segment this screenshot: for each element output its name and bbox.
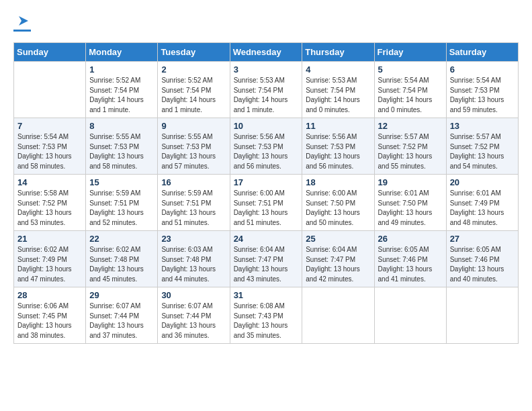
day-info: Sunrise: 5:59 AMSunset: 7:51 PMDaylight:… — [89, 189, 154, 228]
day-number: 13 — [450, 121, 515, 131]
day-info: Sunrise: 5:59 AMSunset: 7:51 PMDaylight:… — [161, 189, 226, 228]
day-info: Sunrise: 6:04 AMSunset: 7:47 PMDaylight:… — [234, 245, 299, 284]
day-number: 19 — [378, 177, 443, 187]
day-info: Sunrise: 5:55 AMSunset: 7:53 PMDaylight:… — [89, 132, 154, 171]
day-number: 16 — [161, 177, 226, 187]
calendar-cell: 17Sunrise: 6:00 AMSunset: 7:51 PMDayligh… — [230, 175, 302, 231]
day-info: Sunrise: 5:52 AMSunset: 7:54 PMDaylight:… — [161, 76, 226, 115]
day-info: Sunrise: 6:01 AMSunset: 7:49 PMDaylight:… — [450, 189, 515, 228]
day-number: 26 — [378, 234, 443, 244]
calendar-cell: 30Sunrise: 6:07 AMSunset: 7:44 PMDayligh… — [158, 287, 230, 344]
day-info: Sunrise: 6:03 AMSunset: 7:48 PMDaylight:… — [161, 245, 226, 284]
column-header-wednesday: Wednesday — [230, 43, 302, 62]
calendar-cell: 23Sunrise: 6:03 AMSunset: 7:48 PMDayligh… — [158, 231, 230, 287]
calendar-cell — [446, 287, 518, 344]
day-info: Sunrise: 5:53 AMSunset: 7:54 PMDaylight:… — [234, 76, 299, 115]
calendar-week-2: 7Sunrise: 5:54 AMSunset: 7:53 PMDaylight… — [14, 118, 519, 175]
day-info: Sunrise: 5:54 AMSunset: 7:54 PMDaylight:… — [378, 76, 443, 115]
logo — [13, 13, 31, 32]
calendar-cell — [14, 62, 86, 118]
column-header-sunday: Sunday — [14, 43, 86, 62]
day-info: Sunrise: 5:57 AMSunset: 7:52 PMDaylight:… — [450, 132, 515, 171]
day-info: Sunrise: 5:56 AMSunset: 7:53 PMDaylight:… — [234, 132, 299, 171]
day-number: 1 — [89, 64, 154, 75]
calendar-cell: 1Sunrise: 5:52 AMSunset: 7:54 PMDaylight… — [86, 62, 158, 118]
calendar-cell: 29Sunrise: 6:07 AMSunset: 7:44 PMDayligh… — [86, 287, 158, 344]
day-info: Sunrise: 6:02 AMSunset: 7:48 PMDaylight:… — [89, 245, 154, 284]
day-number: 8 — [89, 121, 154, 131]
day-number: 22 — [89, 234, 154, 244]
calendar-cell: 20Sunrise: 6:01 AMSunset: 7:49 PMDayligh… — [446, 175, 518, 231]
calendar-cell: 24Sunrise: 6:04 AMSunset: 7:47 PMDayligh… — [230, 231, 302, 287]
day-number: 31 — [234, 290, 299, 300]
calendar-cell: 4Sunrise: 5:53 AMSunset: 7:54 PMDaylight… — [302, 62, 374, 118]
day-number: 24 — [234, 234, 299, 244]
calendar-cell: 19Sunrise: 6:01 AMSunset: 7:50 PMDayligh… — [374, 175, 446, 231]
svg-marker-0 — [19, 16, 28, 26]
day-number: 29 — [89, 290, 154, 300]
day-number: 11 — [306, 121, 370, 131]
day-info: Sunrise: 6:02 AMSunset: 7:49 PMDaylight:… — [17, 245, 82, 284]
day-number: 30 — [161, 290, 226, 300]
day-info: Sunrise: 6:06 AMSunset: 7:45 PMDaylight:… — [17, 302, 82, 340]
calendar-cell: 3Sunrise: 5:53 AMSunset: 7:54 PMDaylight… — [230, 62, 302, 118]
day-number: 23 — [161, 234, 226, 244]
day-info: Sunrise: 5:54 AMSunset: 7:53 PMDaylight:… — [450, 76, 515, 115]
day-number: 10 — [234, 121, 299, 131]
calendar-cell: 14Sunrise: 5:58 AMSunset: 7:52 PMDayligh… — [14, 175, 86, 231]
day-info: Sunrise: 6:07 AMSunset: 7:44 PMDaylight:… — [89, 302, 154, 340]
day-info: Sunrise: 5:57 AMSunset: 7:52 PMDaylight:… — [378, 132, 443, 171]
day-info: Sunrise: 6:00 AMSunset: 7:51 PMDaylight:… — [234, 189, 299, 228]
calendar-cell — [374, 287, 446, 344]
column-header-monday: Monday — [86, 43, 158, 62]
calendar-cell: 2Sunrise: 5:52 AMSunset: 7:54 PMDaylight… — [158, 62, 230, 118]
calendar-cell: 18Sunrise: 6:00 AMSunset: 7:50 PMDayligh… — [302, 175, 374, 231]
calendar-cell: 31Sunrise: 6:08 AMSunset: 7:43 PMDayligh… — [230, 287, 302, 344]
day-number: 27 — [450, 234, 515, 244]
day-number: 14 — [17, 177, 82, 187]
day-number: 3 — [234, 64, 299, 75]
day-number: 28 — [17, 290, 82, 300]
calendar-week-5: 28Sunrise: 6:06 AMSunset: 7:45 PMDayligh… — [14, 287, 519, 344]
calendar-cell: 28Sunrise: 6:06 AMSunset: 7:45 PMDayligh… — [14, 287, 86, 344]
calendar-cell: 9Sunrise: 5:55 AMSunset: 7:53 PMDaylight… — [158, 118, 230, 175]
day-info: Sunrise: 5:55 AMSunset: 7:53 PMDaylight:… — [161, 132, 226, 171]
calendar-cell: 15Sunrise: 5:59 AMSunset: 7:51 PMDayligh… — [86, 175, 158, 231]
logo-underline — [13, 30, 31, 32]
calendar-table: SundayMondayTuesdayWednesdayThursdayFrid… — [13, 42, 519, 344]
day-number: 4 — [306, 64, 370, 75]
day-info: Sunrise: 6:00 AMSunset: 7:50 PMDaylight:… — [306, 189, 370, 228]
day-number: 2 — [161, 64, 226, 75]
calendar-cell: 22Sunrise: 6:02 AMSunset: 7:48 PMDayligh… — [86, 231, 158, 287]
column-header-saturday: Saturday — [446, 43, 518, 62]
day-number: 12 — [378, 121, 443, 131]
calendar-cell: 7Sunrise: 5:54 AMSunset: 7:53 PMDaylight… — [14, 118, 86, 175]
calendar-week-4: 21Sunrise: 6:02 AMSunset: 7:49 PMDayligh… — [14, 231, 519, 287]
day-info: Sunrise: 6:01 AMSunset: 7:50 PMDaylight:… — [378, 189, 443, 228]
day-number: 7 — [17, 121, 82, 131]
logo-arrow-icon — [16, 13, 31, 28]
column-header-thursday: Thursday — [302, 43, 374, 62]
day-info: Sunrise: 6:05 AMSunset: 7:46 PMDaylight:… — [450, 245, 515, 284]
day-number: 17 — [234, 177, 299, 187]
day-info: Sunrise: 5:52 AMSunset: 7:54 PMDaylight:… — [89, 76, 154, 115]
day-info: Sunrise: 6:05 AMSunset: 7:46 PMDaylight:… — [378, 245, 443, 284]
day-number: 9 — [161, 121, 226, 131]
calendar-cell: 13Sunrise: 5:57 AMSunset: 7:52 PMDayligh… — [446, 118, 518, 175]
calendar-header-row: SundayMondayTuesdayWednesdayThursdayFrid… — [14, 43, 519, 62]
calendar-week-1: 1Sunrise: 5:52 AMSunset: 7:54 PMDaylight… — [14, 62, 519, 118]
calendar-cell: 5Sunrise: 5:54 AMSunset: 7:54 PMDaylight… — [374, 62, 446, 118]
day-info: Sunrise: 5:56 AMSunset: 7:53 PMDaylight:… — [306, 132, 370, 171]
calendar-cell: 12Sunrise: 5:57 AMSunset: 7:52 PMDayligh… — [374, 118, 446, 175]
day-number: 5 — [378, 64, 443, 75]
day-info: Sunrise: 6:08 AMSunset: 7:43 PMDaylight:… — [234, 302, 299, 340]
calendar-cell: 16Sunrise: 5:59 AMSunset: 7:51 PMDayligh… — [158, 175, 230, 231]
calendar-cell — [302, 287, 374, 344]
calendar-cell: 10Sunrise: 5:56 AMSunset: 7:53 PMDayligh… — [230, 118, 302, 175]
calendar-cell: 26Sunrise: 6:05 AMSunset: 7:46 PMDayligh… — [374, 231, 446, 287]
day-number: 18 — [306, 177, 370, 187]
day-number: 25 — [306, 234, 370, 244]
day-number: 15 — [89, 177, 154, 187]
calendar-cell: 6Sunrise: 5:54 AMSunset: 7:53 PMDaylight… — [446, 62, 518, 118]
day-info: Sunrise: 5:53 AMSunset: 7:54 PMDaylight:… — [306, 76, 370, 115]
